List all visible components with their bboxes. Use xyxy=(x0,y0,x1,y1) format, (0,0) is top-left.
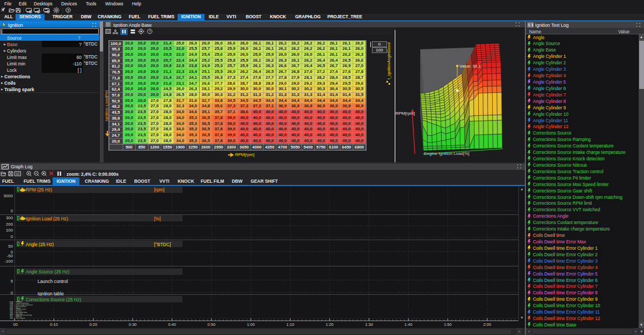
svg-text:Engine Ignition Load[%]: Engine Ignition Load[%] xyxy=(424,151,470,156)
svg-text:VVT switched: VVT switched xyxy=(16,317,25,319)
svg-text:0x00: 0x00 xyxy=(10,317,13,319)
svg-text:?: ? xyxy=(67,8,70,13)
svg-text:?: ? xyxy=(149,29,151,34)
svg-text:Value: 30,1: Value: 30,1 xyxy=(459,64,481,69)
svg-text:RPM[rpm]: RPM[rpm] xyxy=(396,111,415,116)
